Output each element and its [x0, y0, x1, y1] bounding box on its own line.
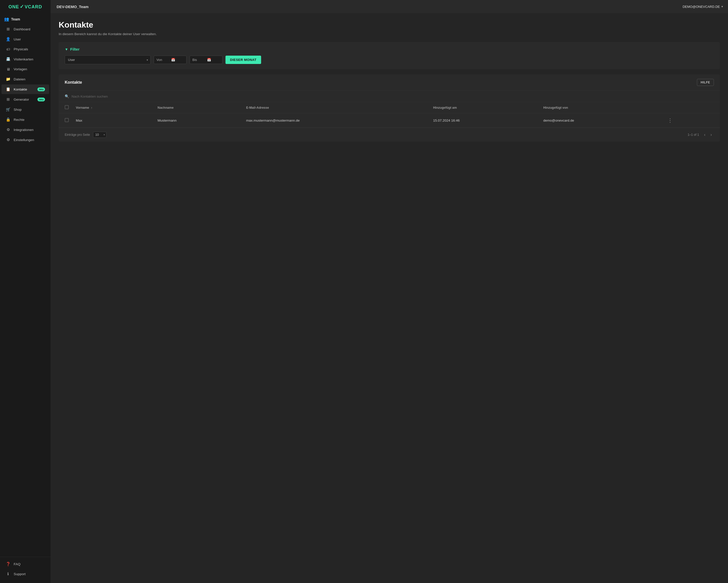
- row-hinzugefuegt-von: demo@onevcard.de: [537, 113, 659, 128]
- kontakte-icon: 📋: [5, 87, 10, 92]
- row-vorname: Max: [70, 113, 151, 128]
- faq-icon: ❓: [5, 562, 10, 566]
- pagination: Einträge pro Seite 10 25 50 100 ▾ 1–1 of…: [59, 128, 720, 142]
- filter-icon: ▼: [65, 47, 68, 51]
- physicals-icon: 🏷: [5, 47, 10, 51]
- row-email: max.mustermann@mustermann.de: [240, 113, 427, 128]
- sidebar-item-label: Support: [14, 572, 26, 576]
- table-header-row: Vorname ↑ Nachname E-Mail-Adresse Hinzug…: [59, 102, 720, 113]
- col-hinzugefuegt-von: Hinzugefügt von: [537, 102, 659, 113]
- sidebar-item-label: User: [14, 37, 21, 41]
- col-actions: [659, 102, 720, 113]
- rechte-icon: 🔒: [5, 117, 10, 122]
- row-checkbox-cell: [59, 113, 70, 128]
- sidebar: 👥 Team ⊞ Dashboard 👤 User 🏷 Physicals 📇 …: [0, 13, 51, 583]
- sidebar-section-label: Team: [11, 17, 20, 21]
- shop-icon: 🛒: [5, 107, 10, 112]
- logo: ONE✓VCARD: [0, 0, 51, 13]
- select-all-checkbox[interactable]: [65, 105, 69, 109]
- row-checkbox[interactable]: [65, 118, 69, 122]
- sidebar-item-label: Dashboard: [14, 27, 30, 31]
- search-bar: 🔍: [59, 91, 720, 102]
- col-nachname: Nachname: [151, 102, 240, 113]
- sidebar-item-support[interactable]: ℹ Support: [1, 569, 49, 579]
- sidebar-item-label: Physicals: [14, 47, 28, 51]
- topbar: ONE✓VCARD DEV-DEMO_Team DEMO@ONEVCARD.DE…: [0, 0, 728, 13]
- row-nachname: Mustermann: [151, 113, 240, 128]
- sidebar-item-label: Integrationen: [14, 128, 34, 132]
- user-filter-select[interactable]: User: [65, 55, 151, 64]
- sidebar-item-faq[interactable]: ❓ FAQ: [1, 559, 49, 569]
- sidebar-item-label: Rechte: [14, 118, 25, 122]
- search-icon: 🔍: [65, 94, 69, 98]
- user-menu[interactable]: DEMO@ONEVCARD.DE ▾: [682, 5, 728, 8]
- bis-label: Bis: [192, 58, 205, 62]
- einstellungen-icon: ⚙: [5, 137, 10, 142]
- col-checkbox: [59, 102, 70, 113]
- user-icon: 👤: [5, 37, 10, 42]
- sidebar-item-generator[interactable]: ⊞ Generator neu: [1, 95, 49, 104]
- hilfe-button[interactable]: HILFE: [697, 79, 714, 86]
- col-email: E-Mail-Adresse: [240, 102, 427, 113]
- logo-text: ONE✓VCARD: [8, 3, 42, 9]
- dashboard-icon: ⊞: [5, 27, 10, 31]
- kontakte-card-title: Kontakte: [65, 80, 82, 85]
- entries-per-page-label: Einträge pro Seite: [65, 133, 90, 136]
- pagination-info: 1–1 of 1: [687, 133, 699, 136]
- next-page-button[interactable]: ›: [708, 131, 714, 138]
- search-input[interactable]: [72, 95, 714, 98]
- bis-date-field[interactable]: Bis 📅: [189, 56, 223, 64]
- user-filter-wrap: User ▾: [65, 55, 151, 64]
- user-menu-chevron-icon: ▾: [722, 5, 723, 8]
- row-hinzugefuegt-am: 15.07.2024 16:46: [427, 113, 537, 128]
- prev-page-button[interactable]: ‹: [702, 131, 707, 138]
- page-title: Kontakte: [59, 20, 720, 30]
- sidebar-bottom: ❓ FAQ ℹ Support: [0, 557, 51, 579]
- col-hinzugefuegt-am: Hinzugefügt am: [427, 102, 537, 113]
- integrationen-icon: ⚙: [5, 127, 10, 132]
- sidebar-item-user[interactable]: 👤 User: [1, 34, 49, 44]
- app-layout: 👥 Team ⊞ Dashboard 👤 User 🏷 Physicals 📇 …: [0, 13, 728, 583]
- sidebar-item-integrationen[interactable]: ⚙ Integrationen: [1, 125, 49, 134]
- sidebar-item-kontakte[interactable]: 📋 Kontakte neu: [1, 84, 49, 94]
- sidebar-item-rechte[interactable]: 🔒 Rechte: [1, 115, 49, 124]
- sidebar-item-label: Generator: [14, 98, 29, 101]
- filter-title: Filter: [70, 47, 80, 51]
- sidebar-item-label: Vorlagen: [14, 67, 27, 71]
- dateien-icon: 📁: [5, 77, 10, 81]
- table-row: Max Mustermann max.mustermann@mustermann…: [59, 113, 720, 128]
- user-email: DEMO@ONEVCARD.DE: [682, 5, 720, 8]
- sidebar-item-dateien[interactable]: 📁 Dateien: [1, 74, 49, 84]
- filter-card: ▼ Filter User ▾ Von 📅 Bis 📅 DI: [59, 42, 720, 69]
- sidebar-item-shop[interactable]: 🛒 Shop: [1, 105, 49, 114]
- sidebar-item-einstellungen[interactable]: ⚙ Einstellungen: [1, 135, 49, 145]
- team-icon: 👥: [4, 17, 9, 22]
- kontakte-badge: neu: [37, 87, 45, 91]
- logo-vcard: VCARD: [25, 4, 42, 9]
- sidebar-item-vorlagen[interactable]: 🖥 Vorlagen: [1, 65, 49, 74]
- logo-one: ONE: [8, 4, 19, 9]
- von-date-field[interactable]: Von 📅: [154, 56, 186, 64]
- filter-row: User ▾ Von 📅 Bis 📅 DIESER MONAT: [65, 55, 714, 64]
- vorlagen-icon: 🖥: [5, 67, 10, 71]
- filter-header: ▼ Filter: [65, 47, 714, 51]
- kontakte-card-header: Kontakte HILFE: [59, 74, 720, 91]
- contacts-table: Vorname ↑ Nachname E-Mail-Adresse Hinzug…: [59, 102, 720, 128]
- sidebar-item-label: FAQ: [14, 562, 21, 566]
- bis-calendar-icon: 📅: [207, 58, 220, 62]
- sidebar-item-physicals[interactable]: 🏷 Physicals: [1, 45, 49, 54]
- page-subtitle: In diesem Bereich kannst du die Kontakte…: [59, 32, 720, 36]
- sidebar-item-dashboard[interactable]: ⊞ Dashboard: [1, 24, 49, 34]
- sidebar-item-label: Dateien: [14, 77, 26, 81]
- vorname-sort-icon[interactable]: ↑: [91, 106, 93, 109]
- generator-badge: neu: [37, 98, 45, 101]
- sidebar-item-visitenkarten[interactable]: 📇 Visitenkarten: [1, 54, 49, 64]
- per-page-select-wrap: 10 25 50 100 ▾: [93, 132, 106, 138]
- per-page-select[interactable]: 10 25 50 100: [93, 132, 106, 138]
- logo-check-icon: ✓: [20, 4, 24, 9]
- main-content: Kontakte In diesem Bereich kannst du die…: [51, 13, 728, 583]
- sidebar-item-label: Shop: [14, 108, 22, 111]
- dieser-monat-button[interactable]: DIESER MONAT: [226, 56, 261, 64]
- row-actions-button[interactable]: ⋮: [666, 117, 675, 124]
- visitenkarten-icon: 📇: [5, 57, 10, 61]
